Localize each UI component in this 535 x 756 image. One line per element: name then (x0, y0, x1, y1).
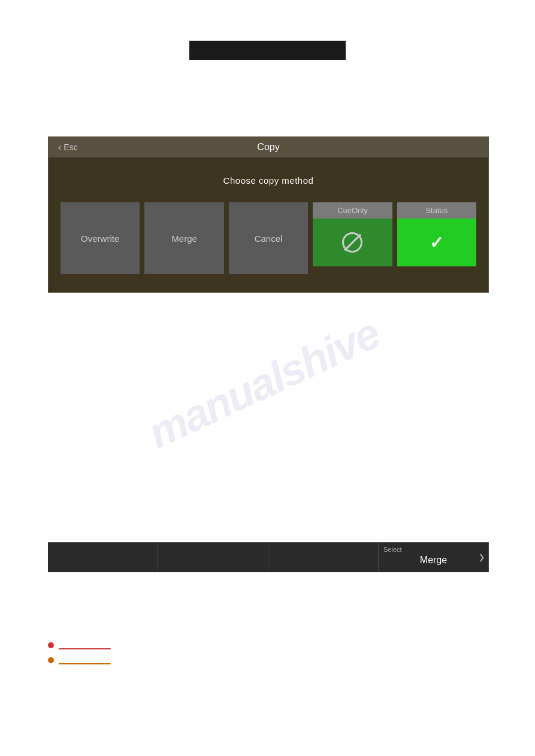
cueonly-label: CueOnly (313, 202, 392, 218)
cueonly-toggle[interactable] (313, 218, 392, 266)
bullet-dot-2 (48, 657, 54, 663)
overwrite-button[interactable]: Overwrite (61, 202, 140, 274)
select-label: Select (383, 546, 402, 553)
footer-link-2[interactable]: ____________ (59, 655, 111, 664)
toolbar-cell-2 (158, 542, 268, 572)
bottom-toolbar: Select Merge ❯ (48, 542, 489, 572)
footer-link-1[interactable]: ____________ (59, 640, 111, 649)
no-symbol-icon (342, 232, 362, 253)
left-arrow-icon: ‹ (58, 142, 61, 153)
status-label: Status (397, 202, 476, 218)
top-bar (189, 41, 346, 60)
footer-link-item-2: ____________ (48, 655, 111, 664)
cancel-button[interactable]: Cancel (229, 202, 308, 274)
buttons-row: Overwrite Merge Cancel CueOnly Status ✓ (61, 202, 476, 274)
chevron-right-icon: ❯ (479, 553, 485, 561)
dialog-title: Copy (257, 142, 279, 153)
esc-label: Esc (64, 142, 77, 152)
footer-links: ____________ ____________ (48, 640, 111, 670)
cueonly-column: CueOnly (313, 202, 392, 274)
bullet-dot-1 (48, 642, 54, 648)
footer-link-item-1: ____________ (48, 640, 111, 649)
dialog-titlebar: ‹ Esc Copy (49, 137, 488, 157)
status-toggle[interactable]: ✓ (397, 218, 476, 266)
merge-button[interactable]: Merge (144, 202, 223, 274)
copy-dialog: ‹ Esc Copy Choose copy method Overwrite … (48, 136, 489, 293)
esc-button[interactable]: ‹ Esc (58, 142, 78, 153)
select-merge-cell[interactable]: Select Merge ❯ (379, 542, 489, 572)
select-merge-value: Merge (420, 555, 447, 566)
status-column: Status ✓ (397, 202, 476, 274)
copy-method-label: Choose copy method (61, 175, 476, 186)
checkmark-icon: ✓ (430, 233, 443, 253)
dialog-body: Choose copy method Overwrite Merge Cance… (49, 157, 488, 292)
toolbar-cell-1 (48, 542, 158, 572)
toolbar-cell-3 (268, 542, 379, 572)
